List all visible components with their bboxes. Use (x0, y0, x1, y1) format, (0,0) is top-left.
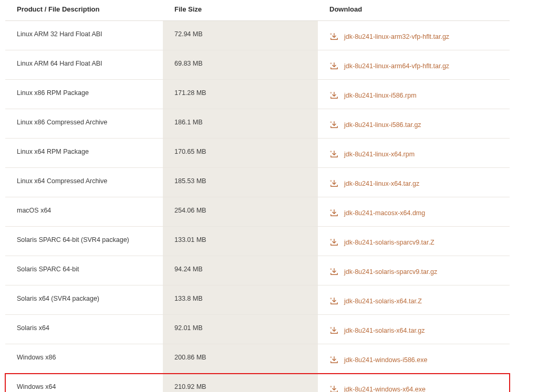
download-filename: jdk-8u241-solaris-sparcv9.tar.Z (344, 239, 434, 246)
downloads-table: Product / File Description File Size Dow… (5, 0, 510, 392)
download-cell: jdk-8u241-linux-arm64-vfp-hflt.tar.gz (318, 50, 510, 80)
download-filename: jdk-8u241-linux-x64.tar.gz (344, 180, 419, 187)
download-icon (329, 33, 339, 41)
table-row: Solaris SPARC 64-bit (SVR4 package)133.0… (5, 227, 510, 256)
download-cell: jdk-8u241-linux-i586.rpm (318, 80, 510, 109)
download-link[interactable]: jdk-8u241-linux-x64.rpm (329, 150, 415, 158)
download-cell: jdk-8u241-linux-i586.tar.gz (318, 109, 510, 139)
size-cell: 72.94 MB (163, 21, 318, 50)
download-cell: jdk-8u241-linux-x64.tar.gz (318, 168, 510, 197)
download-icon (329, 121, 339, 129)
download-cell: jdk-8u241-linux-x64.rpm (318, 139, 510, 168)
download-icon (329, 91, 339, 100)
size-cell: 92.01 MB (163, 315, 318, 344)
download-cell: jdk-8u241-solaris-x64.tar.Z (318, 285, 510, 315)
header-download: Download (318, 0, 510, 21)
download-filename: jdk-8u241-linux-i586.tar.gz (344, 121, 421, 129)
size-cell: 200.86 MB (163, 344, 318, 374)
svg-rect-23 (330, 357, 332, 357)
product-cell: Linux x86 Compressed Archive (5, 109, 163, 139)
svg-rect-9 (330, 151, 332, 152)
table-row: Linux x86 Compressed Archive186.1 MB jdk… (5, 109, 510, 139)
download-cell: jdk-8u241-solaris-sparcv9.tar.gz (318, 256, 510, 285)
download-cell: jdk-8u241-macosx-x64.dmg (318, 197, 510, 227)
table-row: macOS x64254.06 MB jdk-8u241-macosx-x64.… (5, 197, 510, 227)
download-link[interactable]: jdk-8u241-solaris-sparcv9.tar.Z (329, 238, 434, 247)
download-link[interactable]: jdk-8u241-solaris-x64.tar.Z (329, 297, 422, 305)
download-icon (329, 150, 339, 158)
svg-rect-15 (330, 239, 332, 240)
download-filename: jdk-8u241-windows-i586.exe (344, 356, 427, 364)
download-filename: jdk-8u241-linux-x64.rpm (344, 151, 415, 158)
size-cell: 210.92 MB (163, 374, 318, 393)
download-link[interactable]: jdk-8u241-windows-x64.exe (329, 385, 426, 392)
download-cell: jdk-8u241-windows-x64.exe (318, 374, 510, 393)
download-icon (329, 385, 339, 392)
svg-rect-5 (330, 92, 332, 93)
size-cell: 170.65 MB (163, 139, 318, 168)
product-cell: Solaris x64 (5, 315, 163, 344)
table-row: Linux ARM 32 Hard Float ABI72.94 MB jdk-… (5, 21, 510, 50)
product-cell: Windows x86 (5, 344, 163, 374)
product-cell: Linux x86 RPM Package (5, 80, 163, 109)
download-link[interactable]: jdk-8u241-linux-i586.tar.gz (329, 121, 421, 129)
svg-rect-3 (330, 63, 332, 63)
product-cell: Solaris x64 (SVR4 package) (5, 285, 163, 315)
download-link[interactable]: jdk-8u241-solaris-sparcv9.tar.gz (329, 268, 437, 276)
download-icon (329, 326, 339, 335)
download-cell: jdk-8u241-solaris-x64.tar.gz (318, 315, 510, 344)
svg-rect-7 (330, 122, 332, 122)
download-link[interactable]: jdk-8u241-linux-i586.rpm (329, 91, 417, 100)
size-cell: 133.01 MB (163, 227, 318, 256)
download-icon (329, 179, 339, 188)
download-filename: jdk-8u241-linux-i586.rpm (344, 92, 417, 99)
download-link[interactable]: jdk-8u241-linux-x64.tar.gz (329, 179, 419, 188)
table-row: Solaris x6492.01 MB jdk-8u241-solaris-x6… (5, 315, 510, 344)
svg-rect-25 (330, 386, 332, 387)
download-link[interactable]: jdk-8u241-linux-arm32-vfp-hflt.tar.gz (329, 33, 449, 41)
download-cell: jdk-8u241-linux-arm32-vfp-hflt.tar.gz (318, 21, 510, 50)
product-cell: Solaris SPARC 64-bit (SVR4 package) (5, 227, 163, 256)
download-icon (329, 209, 339, 217)
size-cell: 185.53 MB (163, 168, 318, 197)
download-link[interactable]: jdk-8u241-linux-arm64-vfp-hflt.tar.gz (329, 62, 449, 70)
download-link[interactable]: jdk-8u241-macosx-x64.dmg (329, 209, 425, 217)
product-cell: Linux x64 RPM Package (5, 139, 163, 168)
downloads-table-wrapper: Product / File Description File Size Dow… (5, 0, 510, 392)
svg-rect-13 (330, 210, 332, 210)
download-cell: jdk-8u241-windows-i586.exe (318, 344, 510, 374)
download-filename: jdk-8u241-linux-arm32-vfp-hflt.tar.gz (344, 33, 449, 40)
download-icon (329, 356, 339, 364)
download-cell: jdk-8u241-solaris-sparcv9.tar.Z (318, 227, 510, 256)
download-icon (329, 62, 339, 70)
product-cell: Linux ARM 32 Hard Float ABI (5, 21, 163, 50)
product-cell: Linux x64 Compressed Archive (5, 168, 163, 197)
product-cell: Windows x64 (5, 374, 163, 393)
download-filename: jdk-8u241-linux-arm64-vfp-hflt.tar.gz (344, 62, 449, 70)
table-header-row: Product / File Description File Size Dow… (5, 0, 510, 21)
svg-rect-17 (330, 269, 332, 269)
header-product: Product / File Description (5, 0, 163, 21)
size-cell: 69.83 MB (163, 50, 318, 80)
download-filename: jdk-8u241-windows-x64.exe (344, 386, 426, 392)
svg-rect-1 (330, 34, 332, 34)
table-row: Solaris SPARC 64-bit94.24 MB jdk-8u241-s… (5, 256, 510, 285)
svg-rect-11 (330, 181, 332, 181)
table-row: Windows x64210.92 MB jdk-8u241-windows-x… (5, 374, 510, 393)
svg-rect-19 (330, 298, 332, 299)
table-row: Linux ARM 64 Hard Float ABI69.83 MB jdk-… (5, 50, 510, 80)
product-cell: macOS x64 (5, 197, 163, 227)
size-cell: 186.1 MB (163, 109, 318, 139)
download-icon (329, 268, 339, 276)
download-link[interactable]: jdk-8u241-solaris-x64.tar.gz (329, 326, 425, 335)
table-row: Linux x64 Compressed Archive185.53 MB jd… (5, 168, 510, 197)
table-row: Linux x64 RPM Package170.65 MB jdk-8u241… (5, 139, 510, 168)
table-row: Windows x86200.86 MB jdk-8u241-windows-i… (5, 344, 510, 374)
download-icon (329, 238, 339, 247)
size-cell: 133.8 MB (163, 285, 318, 315)
header-size: File Size (163, 0, 318, 21)
download-filename: jdk-8u241-macosx-x64.dmg (344, 209, 425, 217)
download-link[interactable]: jdk-8u241-windows-i586.exe (329, 356, 427, 364)
size-cell: 171.28 MB (163, 80, 318, 109)
table-row: Linux x86 RPM Package171.28 MB jdk-8u241… (5, 80, 510, 109)
